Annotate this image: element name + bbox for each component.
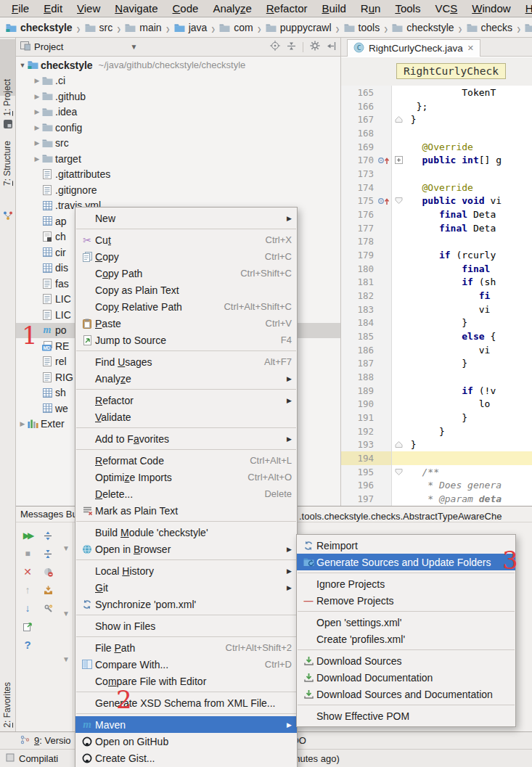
expand-node-icon[interactable]: ▼ <box>62 655 70 663</box>
locate-icon[interactable] <box>270 41 280 53</box>
tree-item-src[interactable]: ▶src <box>16 136 340 152</box>
fold-marker-icon[interactable] <box>392 438 405 451</box>
menu-item-jump-to-source[interactable]: Jump to SourceF4 <box>75 332 297 348</box>
fold-marker-icon[interactable] <box>392 194 405 208</box>
close-icon[interactable]: ✕ <box>467 44 474 53</box>
menubar-item-build[interactable]: Build <box>314 1 353 16</box>
menubar-item-view[interactable]: View <box>70 1 107 16</box>
breadcrumb-item-java[interactable]: java <box>174 22 208 33</box>
breadcrumb-item-checkstyle[interactable]: checkstyle <box>6 22 73 33</box>
tree-item-config[interactable]: ▶config <box>16 120 340 136</box>
fold-marker-icon[interactable] <box>392 465 405 479</box>
menu-item-compare-with-[interactable]: Compare With...Ctrl+D <box>75 656 297 673</box>
menu-item-remove-projects[interactable]: —Remove Projects <box>297 592 515 609</box>
breadcrumb-item-main[interactable]: main <box>125 22 161 33</box>
lens-breadcrumb-chip[interactable]: RightCurlyCheck <box>396 63 506 79</box>
collapse2-icon[interactable] <box>42 548 54 559</box>
chevron-collapsed-icon[interactable]: ▶ <box>19 420 26 427</box>
menu-item-build-module-checkstyle-[interactable]: Build Module 'checkstyle' <box>75 524 297 541</box>
chevron-collapsed-icon[interactable]: ▶ <box>33 155 41 163</box>
menu-item-copy-as-plain-text[interactable]: Copy as Plain Text <box>75 282 297 298</box>
sidebar-item-project[interactable]: 1: Project <box>2 79 12 116</box>
menu-item-copy[interactable]: CopyCtrl+C <box>75 248 297 265</box>
tree-item-.gitattributes[interactable]: .gitattributes <box>16 167 340 183</box>
chevron-collapsed-icon[interactable]: ▶ <box>33 93 41 100</box>
menubar-item-edit[interactable]: Edit <box>36 1 70 16</box>
chevron-collapsed-icon[interactable]: ▶ <box>33 124 41 131</box>
chevron-expanded-icon[interactable]: ▼ <box>19 62 26 69</box>
tree-item-checkstyle[interactable]: ▼checkstyle~/java/github/checkstyle/chec… <box>16 57 340 73</box>
help-icon[interactable]: ? <box>22 639 33 650</box>
menubar-item-run[interactable]: Run <box>353 1 388 16</box>
menu-item-download-sources-and-documentation[interactable]: Download Sources and Documentation <box>297 686 515 702</box>
tree-item-.ci[interactable]: ▶.ci <box>16 73 340 89</box>
menubar-item-file[interactable]: File <box>4 1 36 16</box>
gear-icon[interactable] <box>310 41 320 53</box>
import-icon[interactable] <box>42 584 54 596</box>
chevron-collapsed-icon[interactable]: ▶ <box>33 108 41 115</box>
menu-item-add-to-favorites[interactable]: Add to Favorites▶ <box>75 430 297 447</box>
menu-item-refactor[interactable]: Refactor▶ <box>75 392 297 409</box>
menu-item-maven[interactable]: mMaven▶ <box>75 716 297 733</box>
menubar-item-navigate[interactable]: Navigate <box>107 1 165 16</box>
menubar-item-help[interactable]: Help <box>518 1 532 16</box>
expand-node-icon[interactable]: ▼ <box>62 610 70 618</box>
menu-item-new[interactable]: New▶ <box>75 210 297 226</box>
breadcrumb-item-trailing[interactable] <box>525 23 532 33</box>
collapse-all-icon[interactable] <box>287 41 296 53</box>
menubar-item-refactor[interactable]: Refactor <box>259 1 315 16</box>
tab-version-control[interactable]: 9: Versio <box>20 735 71 747</box>
down-blue-icon[interactable]: ↓ <box>22 602 33 614</box>
menu-item-show-in-files[interactable]: Show in Files <box>75 618 297 634</box>
menu-item-download-sources[interactable]: Download Sources <box>297 652 515 669</box>
menu-item-ignore-projects[interactable]: Ignore Projects <box>297 575 515 592</box>
menu-item-analyze[interactable]: Analyze▶ <box>75 370 297 387</box>
menu-item-file-path[interactable]: File PathCtrl+Alt+Shift+2 <box>75 639 297 656</box>
menu-item-copy-relative-path[interactable]: Copy Relative PathCtrl+Alt+Shift+C <box>75 298 297 315</box>
chevron-down-icon[interactable]: ▼ <box>130 43 137 51</box>
menu-item-paste[interactable]: PasteCtrl+V <box>75 315 297 332</box>
tab-rightcurlycheck[interactable]: C RightCurlyCheck.java ✕ <box>347 39 480 57</box>
fold-marker-icon[interactable] <box>392 153 405 167</box>
menu-item-reformat-code[interactable]: Reformat CodeCtrl+Alt+L <box>75 452 297 469</box>
chevron-collapsed-icon[interactable]: ▶ <box>33 77 41 84</box>
menu-item-cut[interactable]: ✂CutCtrl+X <box>75 231 297 248</box>
menu-item-delete-[interactable]: Delete...Delete <box>75 485 297 502</box>
up-gray-icon[interactable]: ↑ <box>22 584 33 596</box>
menu-item-mark-as-plain-text[interactable]: Mark as Plain Text <box>75 502 297 519</box>
menu-item-generate-xsd-schema-from-xml-file-[interactable]: Generate XSD Schema from XML File... <box>75 694 297 711</box>
menubar-item-analyze[interactable]: Analyze <box>205 1 258 16</box>
stop-icon[interactable]: ■ <box>22 548 33 559</box>
menu-item-validate[interactable]: Validate <box>75 409 297 425</box>
menu-item-open-on-github[interactable]: Open on GitHub <box>75 733 297 750</box>
rerun-icon[interactable]: ▶▶ <box>22 530 33 541</box>
breadcrumb-item-tools[interactable]: tools <box>344 22 380 33</box>
menubar-item-code[interactable]: Code <box>165 1 206 16</box>
fold-marker-icon[interactable] <box>392 112 405 126</box>
tree-item-.gitignore[interactable]: .gitignore <box>16 182 340 198</box>
filter-icon[interactable] <box>42 566 54 578</box>
sidebar-item-structure[interactable]: 7: Structure <box>2 141 12 186</box>
tree-item-.idea[interactable]: ▶.idea <box>16 104 340 120</box>
chevron-collapsed-icon[interactable]: ▶ <box>33 139 41 147</box>
menu-item-show-effective-pom[interactable]: Show Effective POM <box>297 707 515 724</box>
menu-item-synchronize-pom-xml-[interactable]: Synchronize 'pom.xml' <box>75 596 297 612</box>
code-area[interactable]: 165 TokenT166 };167 }168169 @Override170… <box>341 86 532 506</box>
expand-node-icon[interactable]: ▼ <box>62 544 70 552</box>
breadcrumb-item-puppycrawl[interactable]: puppycrawl <box>266 22 332 33</box>
menu-item-optimize-imports[interactable]: Optimize ImportsCtrl+Alt+O <box>75 469 297 485</box>
menu-item-create-profiles-xml-[interactable]: Create 'profiles.xml' <box>297 631 515 647</box>
tree-item-.github[interactable]: ▶.github <box>16 89 340 104</box>
tree-item-target[interactable]: ▶target <box>16 151 340 167</box>
breadcrumb-item-com[interactable]: com <box>219 22 253 33</box>
menu-item-local-history[interactable]: Local History▶ <box>75 562 297 579</box>
menu-item-git[interactable]: Git▶ <box>75 579 297 596</box>
export-icon[interactable] <box>22 620 33 632</box>
menu-item-compare-file-with-editor[interactable]: Compare File with Editor <box>75 673 297 689</box>
hide-panel-icon[interactable] <box>327 41 336 53</box>
menu-item-reimport[interactable]: Reimport <box>297 537 515 554</box>
menu-item-open-settings-xml-[interactable]: Open 'settings.xml' <box>297 614 515 631</box>
menubar-item-vcs[interactable]: VCS <box>427 1 465 16</box>
breadcrumb-item-checkstyle[interactable]: checkstyle <box>392 22 454 33</box>
menu-item-open-in-browser[interactable]: Open in Browser▶ <box>75 541 297 557</box>
